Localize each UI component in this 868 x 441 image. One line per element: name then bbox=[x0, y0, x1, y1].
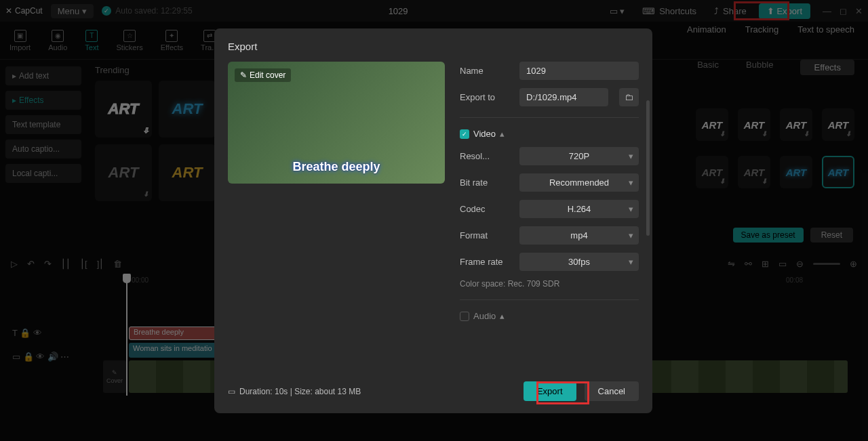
bitrate-select[interactable]: Recommended bbox=[519, 173, 639, 192]
cancel-button[interactable]: Cancel bbox=[585, 381, 639, 401]
export-button[interactable]: Export bbox=[524, 381, 576, 401]
duration-info: ▭ Duration: 10s | Size: about 13 MB bbox=[228, 387, 361, 396]
modal-title: Export bbox=[228, 41, 639, 52]
edit-cover-button[interactable]: ✎ Edit cover bbox=[235, 68, 291, 82]
exportto-label: Export to bbox=[460, 92, 513, 102]
export-modal: Export ✎ Edit cover Breathe deeply Name1… bbox=[214, 28, 652, 413]
framerate-select[interactable]: 30fps bbox=[519, 253, 639, 271]
audio-checkbox[interactable] bbox=[460, 312, 469, 321]
codec-label: Codec bbox=[460, 204, 513, 214]
resolution-select[interactable]: 720P bbox=[519, 147, 639, 165]
video-checkbox[interactable]: ✓ bbox=[460, 129, 469, 139]
codec-select[interactable]: H.264 bbox=[519, 200, 639, 218]
name-label: Name bbox=[460, 66, 513, 76]
bitrate-label: Bit rate bbox=[460, 177, 513, 188]
format-label: Format bbox=[460, 230, 513, 240]
framerate-label: Frame rate bbox=[460, 257, 513, 267]
export-form: Name1029 Export toD:/1029.mp4🗀 ✓Video ▴ … bbox=[460, 62, 639, 373]
folder-icon[interactable]: 🗀 bbox=[619, 88, 639, 106]
export-preview: ✎ Edit cover Breathe deeply bbox=[228, 62, 445, 184]
colorspace-text: Color space: Rec. 709 SDR bbox=[460, 279, 639, 289]
scrollbar[interactable] bbox=[646, 100, 650, 236]
preview-caption: Breathe deeply bbox=[228, 160, 445, 174]
resolution-label: Resol... bbox=[460, 151, 513, 161]
format-select[interactable]: mp4 bbox=[519, 226, 639, 245]
name-input[interactable]: 1029 bbox=[519, 62, 639, 80]
exportto-input[interactable]: D:/1029.mp4 bbox=[519, 88, 608, 106]
